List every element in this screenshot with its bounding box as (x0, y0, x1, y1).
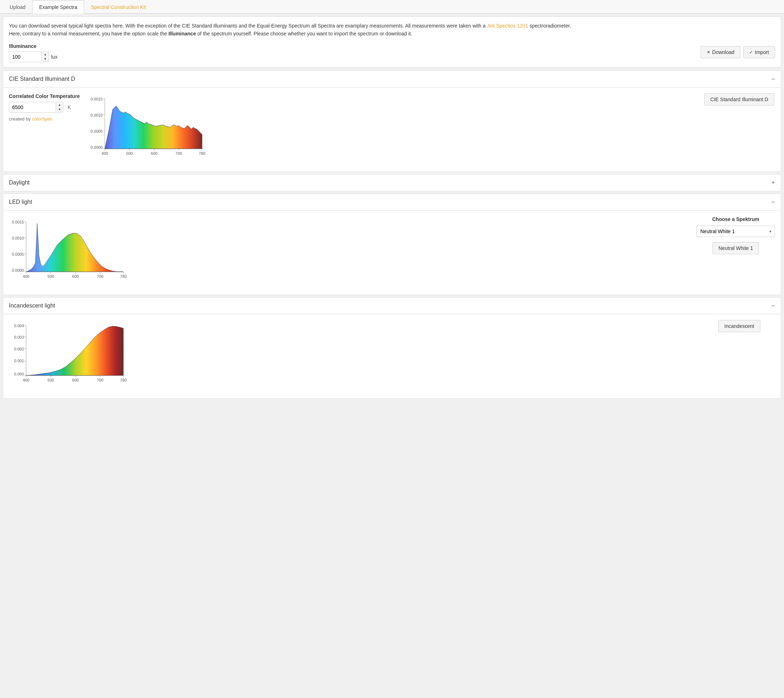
incandescent-spectrum-svg: 0.004 0.003 0.002 0.001 0.000 400 500 60… (9, 320, 130, 392)
led-controls: Choose a Spektrum Neutral White 1 Neutra… (697, 216, 775, 254)
svg-text:0.000: 0.000 (14, 372, 24, 376)
created-by: created by colorSpec (9, 116, 81, 122)
illuminance-number-input: 100 ▲ ▼ (9, 51, 49, 62)
svg-text:0.0010: 0.0010 (91, 113, 103, 117)
cie-spectrum-svg: 0.0015 0.0010 0.0005 0.0000 400 500 600 … (87, 93, 209, 165)
illuminance-row: Illuminance 100 ▲ ▼ lux ✕ Download ✓ Imp… (9, 42, 775, 62)
led-chart: 0.0015 0.0010 0.0005 0.0000 400 500 600 … (9, 216, 689, 289)
svg-text:0.004: 0.004 (14, 324, 24, 328)
tab-upload[interactable]: Upload (3, 0, 32, 13)
svg-text:0.0010: 0.0010 (12, 236, 24, 240)
svg-rect-21 (105, 99, 202, 149)
daylight-toggle-icon: + (771, 179, 775, 186)
cct-input-group: 6500 ▲ ▼ K (9, 102, 81, 113)
svg-text:500: 500 (48, 378, 54, 382)
led-layout: 0.0015 0.0010 0.0005 0.0000 400 500 600 … (9, 216, 775, 289)
incandescent-chart: 0.004 0.003 0.002 0.001 0.000 400 500 60… (9, 320, 697, 393)
svg-text:600: 600 (151, 151, 157, 156)
tab-example-spectra[interactable]: Example Spectra (32, 0, 84, 13)
incandescent-layout: 0.004 0.003 0.002 0.001 0.000 400 500 60… (9, 320, 775, 393)
illuminance-input-group: 100 ▲ ▼ lux (9, 51, 58, 62)
tab-spectral-construction-kit[interactable]: Spectral Construction Kit (84, 0, 153, 13)
illuminance-up[interactable]: ▲ (42, 52, 49, 57)
svg-text:780: 780 (199, 151, 205, 156)
import-label: Import (755, 49, 769, 55)
svg-text:0.003: 0.003 (14, 335, 24, 339)
led-select-wrapper: Neutral White 1 Neutral White 2 Warm Whi… (697, 226, 775, 237)
svg-text:700: 700 (97, 274, 103, 278)
svg-text:0.0005: 0.0005 (12, 252, 24, 257)
info-text2: spectroradiometer. (528, 23, 571, 29)
incandescent-section-header[interactable]: Incandescent light − (3, 297, 781, 314)
led-spectrum-select[interactable]: Neutral White 1 Neutral White 2 Warm Whi… (697, 226, 775, 237)
cie-toggle-icon: − (771, 76, 775, 82)
cct-unit: K (68, 104, 71, 110)
svg-text:600: 600 (72, 274, 79, 278)
colorspec-link[interactable]: colorSpec (32, 116, 53, 122)
led-section-content: 0.0015 0.0010 0.0005 0.0000 400 500 600 … (3, 211, 781, 295)
cct-up[interactable]: ▲ (56, 103, 63, 107)
illuminance-unit: lux (51, 53, 58, 61)
cie-layout: Correlated Color Temperature 6500 ▲ ▼ K … (9, 93, 775, 166)
cct-number-input: 6500 ▲ ▼ (9, 102, 63, 113)
cct-field[interactable]: 6500 (9, 102, 56, 112)
led-section-title: LED light (9, 199, 32, 205)
cct-spinners: ▲ ▼ (56, 103, 63, 112)
svg-text:0.0015: 0.0015 (91, 97, 103, 101)
svg-text:500: 500 (126, 151, 133, 156)
tab-bar: Upload Example Spectra Spectral Construc… (0, 0, 784, 13)
cie-controls: Correlated Color Temperature 6500 ▲ ▼ K … (9, 93, 81, 122)
daylight-section-header[interactable]: Daylight + (3, 174, 781, 191)
incandescent-section-content: 0.004 0.003 0.002 0.001 0.000 400 500 60… (3, 314, 781, 399)
svg-text:0.0015: 0.0015 (12, 220, 24, 224)
svg-text:700: 700 (97, 378, 103, 382)
illuminance-down[interactable]: ▼ (42, 57, 49, 61)
info-text4: of the spectrum yourself. Please choose … (196, 31, 412, 36)
incandescent-toggle-icon: − (771, 303, 775, 309)
download-button[interactable]: ✕ Download (701, 46, 740, 58)
svg-text:500: 500 (48, 274, 54, 278)
import-check-icon: ✓ (749, 50, 753, 55)
svg-text:400: 400 (102, 151, 108, 156)
illuminance-field[interactable]: 100 (9, 52, 41, 62)
specbos-link[interactable]: Jeti Specbos 1201 (487, 23, 528, 29)
info-text1: You can download several typical light s… (9, 23, 487, 29)
led-spectrum-svg: 0.0015 0.0010 0.0005 0.0000 400 500 600 … (9, 216, 130, 288)
svg-text:600: 600 (72, 378, 79, 382)
illuminance-label: Illuminance (9, 42, 58, 50)
info-text3: Here, contrary to a normal measurement, … (9, 31, 168, 36)
cct-label: Correlated Color Temperature (9, 93, 81, 99)
svg-text:0.0000: 0.0000 (12, 268, 24, 272)
incandescent-action: Incandescent (703, 320, 775, 332)
cct-down[interactable]: ▼ (56, 107, 63, 112)
daylight-section-title: Daylight (9, 179, 30, 186)
svg-text:0.0000: 0.0000 (91, 145, 103, 150)
led-section-header[interactable]: LED light − (3, 193, 781, 211)
svg-text:0.002: 0.002 (14, 347, 24, 351)
svg-text:0.001: 0.001 (14, 359, 24, 363)
incandescent-button[interactable]: Incandescent (718, 320, 760, 332)
svg-text:780: 780 (120, 378, 127, 382)
action-buttons: ✕ Download ✓ Import (701, 46, 775, 58)
svg-text:400: 400 (23, 378, 29, 382)
download-x-icon: ✕ (707, 50, 710, 55)
illuminance-spinners: ▲ ▼ (41, 52, 49, 61)
cie-action: CIE Standard Illuminant D (703, 93, 775, 105)
led-button[interactable]: Neutral White 1 (713, 242, 759, 254)
cie-section-content: Correlated Color Temperature 6500 ▲ ▼ K … (3, 87, 781, 172)
cie-section-header[interactable]: CIE Standard Illuminant D − (3, 71, 781, 87)
svg-text:0.0005: 0.0005 (91, 129, 103, 133)
import-button[interactable]: ✓ Import (743, 46, 775, 58)
led-toggle-icon: − (771, 199, 775, 205)
incandescent-section-title: Incandescent light (9, 303, 55, 309)
led-choose-label: Choose a Spektrum (712, 216, 759, 222)
info-panel: You can download several typical light s… (3, 16, 781, 67)
download-label: Download (712, 49, 734, 55)
illuminance-bold: Illuminance (168, 31, 196, 36)
svg-text:700: 700 (176, 151, 182, 156)
cie-section-title: CIE Standard Illuminant D (9, 76, 75, 82)
cie-chart: 0.0015 0.0010 0.0005 0.0000 400 500 600 … (87, 93, 697, 166)
cie-button[interactable]: CIE Standard Illuminant D (704, 93, 774, 105)
svg-rect-69 (26, 325, 124, 375)
svg-text:780: 780 (120, 274, 127, 278)
